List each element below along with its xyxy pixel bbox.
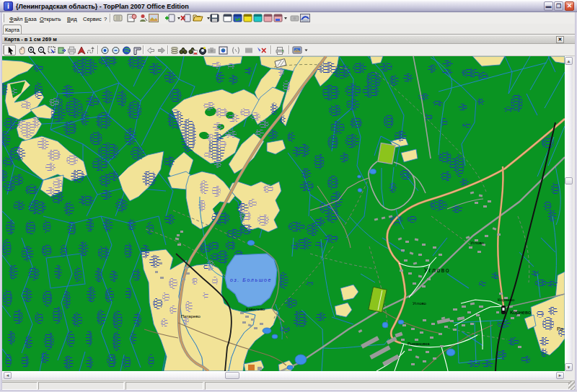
svg-text:Кавелево: Кавелево [246, 307, 265, 311]
svg-text:Углово: Углово [424, 267, 450, 274]
svg-text:Романовка: Романовка [408, 342, 430, 346]
svg-text:Углово: Углово [470, 241, 485, 245]
svg-text:Корнево: Корнево [498, 298, 515, 302]
svg-text:Питарево: Питарево [181, 314, 201, 318]
svg-text:Углово: Углово [413, 301, 427, 306]
svg-text:Корнево: Корнево [510, 309, 531, 316]
svg-text:Ро: Ро [557, 326, 563, 332]
svg-text:оз. Большое: оз. Большое [230, 277, 272, 282]
